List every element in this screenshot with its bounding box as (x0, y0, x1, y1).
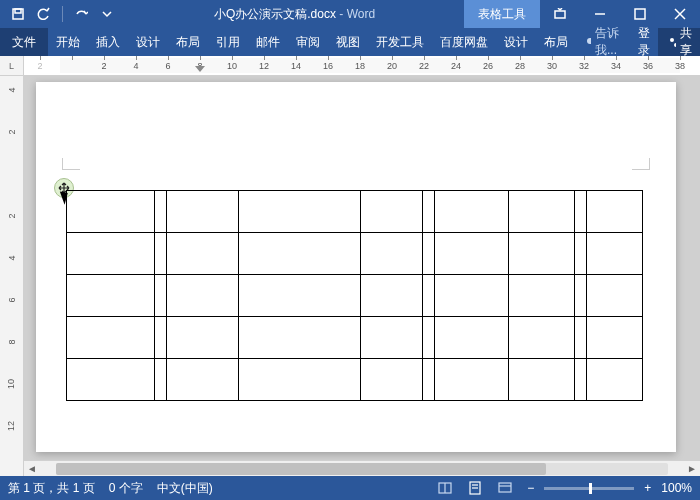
table-cell[interactable] (509, 359, 575, 401)
table-cell[interactable] (587, 233, 643, 275)
table-cell[interactable] (423, 275, 435, 317)
tab-design[interactable]: 设计 (128, 28, 168, 56)
table-cell[interactable] (67, 317, 155, 359)
table-cell[interactable] (167, 191, 239, 233)
table-cell[interactable] (155, 359, 167, 401)
table-cell[interactable] (423, 191, 435, 233)
table-cell[interactable] (435, 275, 509, 317)
read-mode-button[interactable] (433, 479, 457, 497)
table-cell[interactable] (67, 359, 155, 401)
tab-references[interactable]: 引用 (208, 28, 248, 56)
table-cell[interactable] (423, 359, 435, 401)
sign-in-button[interactable]: 登录 (630, 28, 658, 56)
scroll-track[interactable] (56, 463, 668, 475)
table-cell[interactable] (587, 275, 643, 317)
table-cell[interactable] (361, 359, 423, 401)
language-indicator[interactable]: 中文(中国) (157, 480, 213, 497)
table-cell[interactable] (167, 317, 239, 359)
table-cell[interactable] (67, 275, 155, 317)
minimize-button[interactable] (580, 0, 620, 28)
table-cell[interactable] (575, 317, 587, 359)
table-cell[interactable] (575, 275, 587, 317)
table-cell[interactable] (239, 233, 361, 275)
document-scroll[interactable]: ◄ ► (24, 76, 700, 476)
table-cell[interactable] (435, 233, 509, 275)
table-cell[interactable] (167, 275, 239, 317)
table-cell[interactable] (167, 359, 239, 401)
table-cell[interactable] (423, 317, 435, 359)
table-cell[interactable] (509, 233, 575, 275)
zoom-slider[interactable] (544, 487, 634, 490)
table-cell[interactable] (155, 317, 167, 359)
table-cell[interactable] (155, 275, 167, 317)
print-layout-button[interactable] (463, 479, 487, 497)
table-cell[interactable] (435, 191, 509, 233)
table-cell[interactable] (575, 233, 587, 275)
table-cell[interactable] (435, 359, 509, 401)
web-layout-button[interactable] (493, 479, 517, 497)
customize-qat-button[interactable] (95, 3, 119, 25)
indent-marker[interactable] (195, 66, 205, 72)
table-cell[interactable] (509, 317, 575, 359)
table-cell[interactable] (155, 233, 167, 275)
tab-review[interactable]: 审阅 (288, 28, 328, 56)
zoom-slider-knob[interactable] (589, 483, 592, 494)
tell-me-search[interactable]: 告诉我... (576, 28, 630, 56)
table-cell[interactable] (509, 191, 575, 233)
undo-button[interactable] (32, 3, 56, 25)
tab-home[interactable]: 开始 (48, 28, 88, 56)
table-row[interactable] (67, 275, 643, 317)
zoom-in-button[interactable]: + (640, 481, 655, 495)
table-cell[interactable] (67, 233, 155, 275)
table-cell[interactable] (509, 275, 575, 317)
tab-insert[interactable]: 插入 (88, 28, 128, 56)
tab-developer[interactable]: 开发工具 (368, 28, 432, 56)
zoom-level[interactable]: 100% (661, 481, 692, 495)
horizontal-ruler[interactable]: 22468101214161820222426283032343638 (24, 56, 700, 75)
table-cell[interactable] (239, 317, 361, 359)
table-cell[interactable] (361, 191, 423, 233)
table-row[interactable] (67, 191, 643, 233)
table-cell[interactable] (361, 233, 423, 275)
table-cell[interactable] (587, 317, 643, 359)
table-cell[interactable] (239, 359, 361, 401)
tab-view[interactable]: 视图 (328, 28, 368, 56)
save-button[interactable] (6, 3, 30, 25)
scroll-left-button[interactable]: ◄ (24, 461, 40, 477)
share-button[interactable]: 共享 (658, 28, 700, 56)
table-cell[interactable] (575, 359, 587, 401)
tab-layout[interactable]: 布局 (168, 28, 208, 56)
scroll-right-button[interactable]: ► (684, 461, 700, 477)
tab-mailings[interactable]: 邮件 (248, 28, 288, 56)
table-row[interactable] (67, 359, 643, 401)
table-row[interactable] (67, 317, 643, 359)
document-table[interactable] (66, 190, 643, 401)
scroll-thumb[interactable] (56, 463, 546, 475)
tab-selector[interactable]: L (0, 56, 24, 75)
tab-table-layout[interactable]: 布局 (536, 28, 576, 56)
table-cell[interactable] (575, 191, 587, 233)
maximize-button[interactable] (620, 0, 660, 28)
table-cell[interactable] (361, 317, 423, 359)
tab-table-design[interactable]: 设计 (496, 28, 536, 56)
word-count[interactable]: 0 个字 (109, 480, 143, 497)
table-cell[interactable] (587, 191, 643, 233)
table-cell[interactable] (423, 233, 435, 275)
table-cell[interactable] (361, 275, 423, 317)
page-count[interactable]: 第 1 页，共 1 页 (8, 480, 95, 497)
table-cell[interactable] (167, 233, 239, 275)
table-row[interactable] (67, 233, 643, 275)
table-cell[interactable] (67, 191, 155, 233)
horizontal-scrollbar[interactable]: ◄ ► (24, 460, 700, 476)
page[interactable] (36, 82, 676, 452)
tab-baidu[interactable]: 百度网盘 (432, 28, 496, 56)
ribbon-options-button[interactable] (540, 0, 580, 28)
table-cell[interactable] (587, 359, 643, 401)
table-cell[interactable] (155, 191, 167, 233)
table-cell[interactable] (435, 317, 509, 359)
close-button[interactable] (660, 0, 700, 28)
zoom-out-button[interactable]: − (523, 481, 538, 495)
table-cell[interactable] (239, 275, 361, 317)
redo-button[interactable] (69, 3, 93, 25)
vertical-ruler[interactable]: 4224681012 (0, 76, 24, 476)
